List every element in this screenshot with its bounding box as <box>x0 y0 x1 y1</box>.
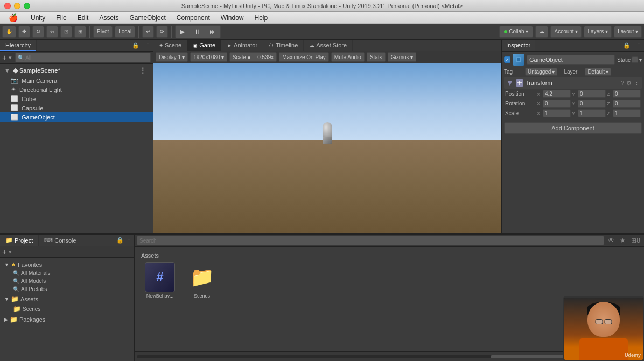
assets-section-header[interactable]: ▼ 📁 Assets <box>2 294 132 304</box>
inspector-lock-icon[interactable]: 🔒 <box>620 40 634 51</box>
rotation-y-input[interactable] <box>578 100 606 108</box>
assets-search-input[interactable] <box>137 236 604 245</box>
add-project-button[interactable]: + <box>2 247 6 256</box>
scene-menu-button[interactable]: ⋮ <box>137 66 149 75</box>
list-item[interactable]: ⬜ Cube <box>0 94 153 103</box>
tag-dropdown[interactable]: Untagged ▾ <box>525 68 557 76</box>
collab-button[interactable]: Collab ▾ <box>499 26 533 38</box>
all-prefabs-item[interactable]: 🔍 All Prefabs <box>11 285 132 293</box>
assets-eye-button[interactable]: 👁 <box>606 237 616 244</box>
scale-x-input[interactable] <box>543 109 571 117</box>
layout-dropdown[interactable]: Layout ▾ <box>614 26 642 38</box>
list-item[interactable]: ☀ Directional Light <box>0 85 153 94</box>
scale-y-input[interactable] <box>578 109 606 117</box>
menu-assets[interactable]: Assets <box>95 13 123 23</box>
hierarchy-lock-icon[interactable]: 🔒 <box>129 40 143 51</box>
hierarchy-search-input[interactable] <box>25 55 148 61</box>
list-item[interactable]: # NewBehav... <box>141 262 179 299</box>
position-z-input[interactable] <box>613 90 641 98</box>
project-panel-right-toolbar: 🔒 ⋮ <box>114 237 134 244</box>
hierarchy-more-icon[interactable]: ⋮ <box>143 40 153 51</box>
scene-root[interactable]: ▼ ◆ SampleScene* ⋮ <box>0 65 153 76</box>
scale-z-input[interactable] <box>613 109 641 117</box>
close-button[interactable] <box>4 3 11 9</box>
scale-tool-button[interactable]: ⇔ <box>46 26 58 38</box>
play-button[interactable]: ▶ <box>176 26 189 38</box>
maximize-button[interactable] <box>24 3 30 9</box>
undo-button[interactable]: ↩ <box>142 26 154 38</box>
cloud-button[interactable]: ☁ <box>535 26 548 38</box>
assets-star-button[interactable]: ★ <box>618 237 627 244</box>
position-x-input[interactable] <box>543 90 571 98</box>
move-tool-button[interactable]: ✥ <box>18 26 30 38</box>
local-button[interactable]: Local <box>115 26 135 38</box>
maximize-on-play-button[interactable]: Maximize On Play <box>279 52 329 62</box>
assets-settings-button[interactable]: ⊞8 <box>629 237 642 244</box>
list-item[interactable]: 📷 Main Camera <box>0 76 153 85</box>
tab-project[interactable]: 📁 Project <box>0 235 39 246</box>
tab-timeline[interactable]: ⏱ Timeline <box>263 40 304 51</box>
list-item[interactable]: 📁 Scenes <box>183 262 221 299</box>
mute-audio-button[interactable]: Mute Audio <box>331 52 365 62</box>
menu-unity[interactable]: Unity <box>26 13 50 23</box>
add-project-arrow[interactable]: ▾ <box>9 249 12 256</box>
transform-component-header[interactable]: ▼ Transform ? ⚙ ⋮ <box>504 77 642 89</box>
redo-button[interactable]: ⟳ <box>156 26 168 38</box>
layers-dropdown[interactable]: Layers ▾ <box>584 26 612 38</box>
gameobject-name-input[interactable] <box>527 55 615 65</box>
hand-tool-button[interactable]: ✋ <box>2 26 16 38</box>
tab-game[interactable]: ◉ Game <box>187 40 221 51</box>
rotate-tool-button[interactable]: ↻ <box>32 26 44 38</box>
project-lock-icon[interactable]: 🔒 <box>116 237 124 244</box>
gizmos-dropdown[interactable]: Gizmos ▾ <box>388 52 417 62</box>
window-controls[interactable] <box>4 3 30 9</box>
inspector-more-icon[interactable]: ⋮ <box>634 40 644 51</box>
tab-scene[interactable]: ✦ Scene <box>153 40 187 51</box>
layer-dropdown[interactable]: Default ▾ <box>585 68 611 76</box>
scale-y-field: Y <box>572 109 606 117</box>
list-item[interactable]: ⬜ GameObject <box>0 112 153 122</box>
pivot-button[interactable]: Pivot <box>93 26 113 38</box>
add-hierarchy-button[interactable]: + <box>2 53 6 62</box>
scenes-folder-item[interactable]: 📁 Scenes <box>11 304 132 314</box>
transform-help-icon[interactable]: ? <box>621 80 624 87</box>
apple-menu[interactable]: 🍎 <box>4 12 22 23</box>
menu-window[interactable]: Window <box>216 13 248 23</box>
all-materials-item[interactable]: 🔍 All Materials <box>11 269 132 277</box>
gameobject-active-checkbox[interactable]: ✓ <box>504 56 510 63</box>
all-models-item[interactable]: 🔍 All Models <box>11 277 132 285</box>
project-more-icon[interactable]: ⋮ <box>126 237 132 244</box>
menu-edit[interactable]: Edit <box>73 13 93 23</box>
rotation-x-input[interactable] <box>543 100 571 108</box>
static-dropdown-arrow[interactable]: ▾ <box>639 57 642 63</box>
menu-help[interactable]: Help <box>250 13 272 23</box>
stats-button[interactable]: Stats <box>367 52 386 62</box>
assets-tree-items: 📁 Scenes <box>2 304 132 314</box>
account-dropdown[interactable]: Account ▾ <box>550 26 582 38</box>
add-component-button[interactable]: Add Component <box>504 122 642 134</box>
packages-header[interactable]: ▶ 📁 Packages <box>2 315 132 324</box>
menu-gameobject[interactable]: GameObject <box>125 13 170 23</box>
favorites-header[interactable]: ▼ ★ Favorites <box>2 260 132 269</box>
tab-inspector[interactable]: Inspector <box>502 40 535 51</box>
transform-settings-icon[interactable]: ⚙ <box>626 80 632 87</box>
menu-file[interactable]: File <box>52 13 71 23</box>
tab-animator[interactable]: ► Animator <box>221 40 263 51</box>
display-dropdown[interactable]: Display 1 ▾ <box>156 52 188 62</box>
static-checkbox[interactable] <box>632 56 638 63</box>
minimize-button[interactable] <box>14 3 20 9</box>
transform-more-icon[interactable]: ⋮ <box>634 80 640 87</box>
resolution-dropdown[interactable]: 1920x1080 ▾ <box>190 52 227 62</box>
hierarchy-tab[interactable]: Hierarchy <box>0 40 37 51</box>
rect-tool-button[interactable]: ⊡ <box>60 26 72 38</box>
rotation-z-input[interactable] <box>613 100 641 108</box>
tab-console[interactable]: ⌨ Console <box>39 235 82 246</box>
position-y-input[interactable] <box>578 90 606 98</box>
scene-tab-icon: ✦ <box>159 43 163 48</box>
list-item[interactable]: ⬜ Capsule <box>0 103 153 112</box>
step-button[interactable]: ⏭ <box>205 26 220 38</box>
pause-button[interactable]: ⏸ <box>190 26 205 38</box>
menu-component[interactable]: Component <box>172 13 214 23</box>
transform-tool-button[interactable]: ⊞ <box>74 26 86 38</box>
tab-asset-store[interactable]: ☁ Asset Store <box>304 40 353 51</box>
